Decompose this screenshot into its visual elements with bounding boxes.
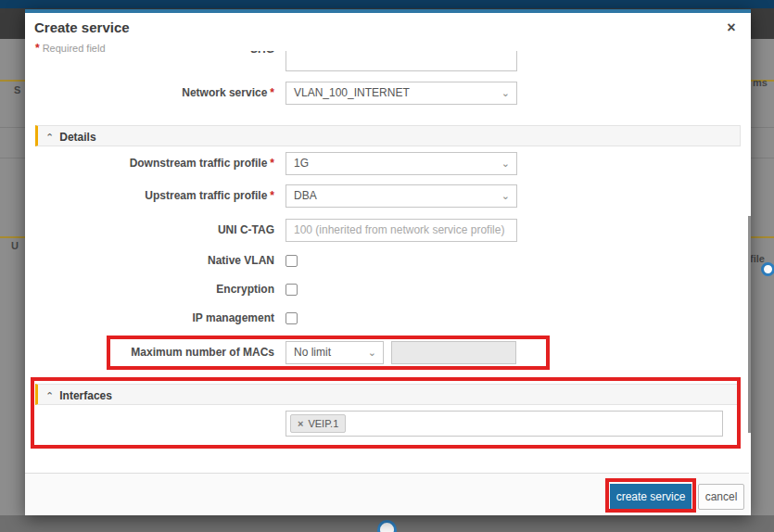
required-asterisk-icon: * [270, 189, 274, 202]
background-info-circle-icon [761, 262, 774, 276]
chevron-down-icon: ⌄ [501, 82, 510, 104]
collapse-caret-icon: ⌃ [45, 390, 54, 401]
network-service-label: Network service* [25, 82, 274, 105]
interface-tag: ×VEIP.1 [290, 414, 346, 433]
background-app-topbar [0, 0, 774, 8]
uni-ctag-input[interactable]: 100 (inherited from network service prof… [285, 219, 517, 242]
chevron-down-icon: ⌄ [501, 185, 510, 207]
chevron-down-icon: ⌄ [368, 342, 376, 363]
upstream-profile-select[interactable]: DBA⌄ [285, 184, 517, 208]
interfaces-section-header[interactable]: ⌃Interfaces [35, 384, 741, 405]
details-section-header[interactable]: ⌃Details [35, 125, 741, 146]
chevron-down-icon: ⌄ [501, 153, 510, 174]
upstream-profile-label: Upstream traffic profile* [25, 184, 274, 208]
background-text-fragment-left-column: U [11, 240, 19, 251]
create-service-button[interactable]: create service [610, 484, 692, 510]
uni-ctag-label: UNI C-TAG [25, 219, 274, 242]
required-asterisk-icon: * [270, 86, 274, 99]
collapse-caret-icon: ⌃ [45, 132, 54, 143]
network-service-select[interactable]: VLAN_100_INTERNET⌄ [285, 82, 517, 105]
dialog-footer: create service cancel [25, 473, 749, 515]
close-icon[interactable]: × [723, 19, 740, 36]
background-text-fragment-right-tab: ms [753, 77, 768, 88]
remove-tag-icon[interactable]: × [298, 418, 303, 429]
vertical-scrollbar[interactable] [748, 216, 751, 433]
native-vlan-checkbox[interactable] [285, 255, 298, 267]
background-text-fragment-left-tab: S [14, 84, 20, 95]
encryption-checkbox[interactable] [285, 284, 298, 296]
max-macs-value-input [391, 341, 516, 364]
dialog-title: Create service [34, 19, 130, 35]
interface-tag-label: VEIP.1 [308, 418, 338, 429]
interfaces-input[interactable]: ×VEIP.1 [285, 411, 723, 437]
ip-management-checkbox[interactable] [285, 312, 298, 324]
interfaces-section-label: Interfaces [59, 389, 112, 402]
encryption-label: Encryption [25, 280, 274, 298]
background-text-fragment-right-column: file [750, 253, 765, 264]
partial-field-label: SHG [25, 51, 274, 60]
cancel-button[interactable]: cancel [698, 484, 744, 510]
required-asterisk-icon: * [270, 157, 274, 170]
uni-ctag-placeholder: 100 (inherited from network service prof… [294, 223, 504, 236]
details-section-label: Details [59, 131, 95, 144]
create-service-dialog: × Create service *Required field SHG Net… [25, 9, 751, 515]
downstream-profile-label: Downstream traffic profile* [25, 152, 274, 175]
native-vlan-label: Native VLAN [25, 251, 274, 270]
downstream-profile-select[interactable]: 1G⌄ [285, 152, 517, 175]
ip-management-label: IP management [25, 309, 274, 327]
max-macs-select[interactable]: No limit⌄ [285, 341, 384, 364]
max-macs-label: Maximum number of MACs [25, 341, 274, 364]
partial-field-input[interactable] [285, 51, 517, 71]
partial-field-row: SHG [25, 51, 749, 71]
